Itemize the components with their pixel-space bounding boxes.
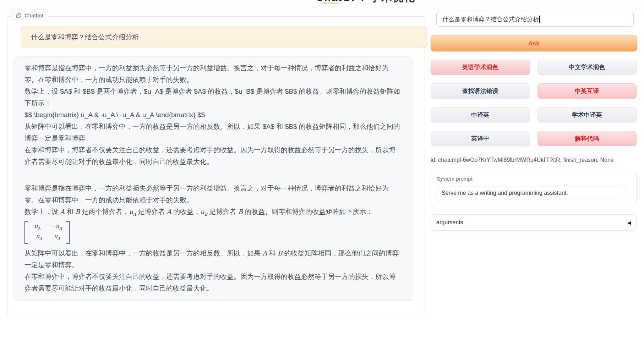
system-prompt-input[interactable] [437,185,626,201]
question-input[interactable]: 什么是零和博弈？结合公式介绍分析 [436,11,634,27]
bot-rendered-paragraph: 数学上，设 A 和 B 是两个博弈者，uA 是博弈者 A 的收益，uB 是博弈者… [24,206,402,220]
matrix-cell: −uA [52,222,62,232]
matrix-cell: uA [52,232,62,242]
matrix-right-bracket [66,221,70,244]
message-section-gap [24,167,402,182]
system-prompt-card: System prompt [431,171,637,207]
status-line: id: chatcmpl-6wOo7KrYTwMl89lbrMWRu4UkFFX… [431,157,614,163]
user-message-bubble: 什么是零和博弈？结合公式介绍分析 [21,26,427,48]
payoff-matrix: uA−uA−uAuA [24,221,70,244]
text-caret [539,16,540,23]
matrix-left-bracket [24,221,28,244]
quick-action-button[interactable]: 英译中 [431,131,530,146]
bot-rendered-paragraph: 零和博弈是指在博弈中，一方的利益损失必然等于另一方的利益增益。换言之，对于每一种… [24,182,402,206]
question-input-value: 什么是零和博弈？结合公式介绍分析 [442,16,539,23]
quick-action-button[interactable]: 查找语法错误 [431,83,530,99]
matrix-cell: uA [32,222,42,232]
bot-raw-formula: $$ \begin{bmatrix} u_A & -u_A \ -u_A & u… [24,109,402,121]
bot-message-bubble: 零和博弈是指在博弈中，一方的利益损失必然等于另一方的利益增益。换言之，对于每一种… [13,56,413,301]
chatbot-panel-label-text: Chatbot [24,12,43,18]
top-divider [0,8,644,8]
bot-raw-paragraph: 数学上，设 $A$ 和 $B$ 是两个博弈者，$u_A$ 是博弈者 $A$ 的收… [24,86,402,109]
quick-action-button[interactable]: 学术中译英 [537,107,637,122]
quick-action-button[interactable]: 中文学术润色 [537,60,637,75]
bot-raw-paragraph: 在零和博弈中，博弈者不仅要关注自己的收益，还需要考虑对手的收益。因为一方取得的收… [24,144,402,167]
ask-button-label: Ask [528,40,539,47]
bot-raw-paragraph: 零和博弈是指在博弈中，一方的利益损失必然等于另一方的利益增益。换言之，对于每一种… [24,62,402,86]
arguments-accordion-header[interactable]: arguments ◀ [431,214,637,231]
ask-button[interactable]: Ask [431,35,637,51]
bot-raw-paragraph: 从矩阵中可以看出，在零和博弈中，一方的收益是另一方的相反数。所以，如果 $A$ … [24,121,402,144]
bot-rendered-paragraph: 从矩阵中可以看出，在零和博弈中，一方的收益是另一方的相反数。所以，如果 A 和 … [24,247,402,271]
chatbot-panel-label: Chatbot [11,10,48,21]
chat-bubble-icon [16,12,22,18]
chatbot-panel: 什么是零和博弈？结合公式介绍分析 零和博弈是指在博弈中，一方的利益损失必然等于另… [7,16,425,315]
quick-action-button[interactable]: 中英互译 [537,83,637,99]
title-underline-decoration [322,2,339,4]
quick-action-button[interactable]: 解释代码 [537,131,637,146]
matrix-cells: uA−uA−uAuA [28,221,66,244]
quick-action-button[interactable]: 英语学术润色 [431,60,530,75]
quick-actions-grid: 英语学术润色中文学术润色查找语法错误中英互译中译英学术中译英英译中解释代码 [431,60,637,146]
quick-action-button[interactable]: 中译英 [431,107,530,122]
user-message-text: 什么是零和博弈？结合公式介绍分析 [31,31,139,43]
matrix-cell: −uA [32,232,42,242]
accordion-collapse-arrow-icon[interactable]: ◀ [627,220,631,225]
arguments-accordion-label: arguments [436,219,463,226]
bot-rendered-paragraph: 在零和博弈中，博弈者不仅要关注自己的收益，还需要考虑对手的收益。因为一方取得的收… [24,271,402,294]
system-prompt-label: System prompt [437,176,631,182]
